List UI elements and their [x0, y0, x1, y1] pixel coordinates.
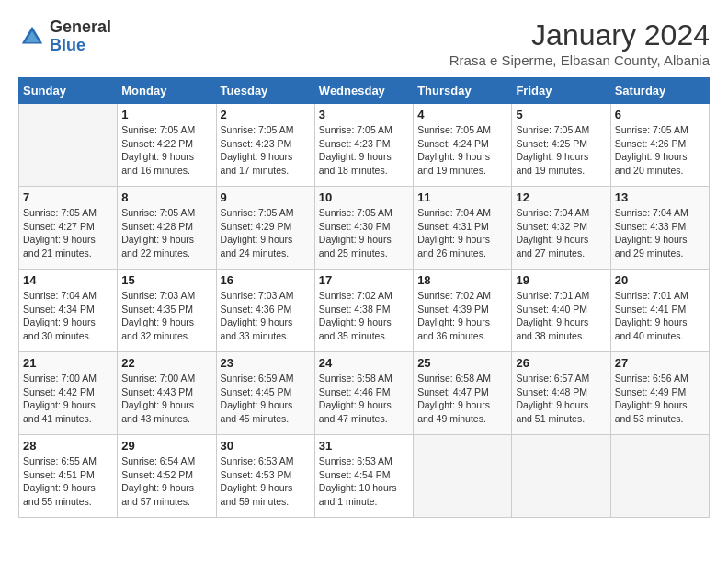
- day-number: 26: [516, 356, 606, 370]
- day-number: 16: [221, 273, 311, 287]
- day-number: 20: [615, 273, 705, 287]
- calendar-cell: 10 Sunrise: 7:05 AM Sunset: 4:30 PM Dayl…: [314, 187, 413, 270]
- calendar-cell: 30 Sunrise: 6:53 AM Sunset: 4:53 PM Dayl…: [216, 435, 314, 518]
- day-number: 23: [221, 356, 311, 370]
- calendar-cell: 25 Sunrise: 6:58 AM Sunset: 4:47 PM Dayl…: [414, 352, 512, 435]
- logo: General Blue: [18, 18, 111, 55]
- day-info: Sunrise: 7:02 AM Sunset: 4:39 PM Dayligh…: [417, 289, 507, 343]
- weekday-header-thursday: Thursday: [414, 78, 512, 104]
- calendar-table: SundayMondayTuesdayWednesdayThursdayFrid…: [18, 77, 710, 518]
- calendar-cell: 16 Sunrise: 7:03 AM Sunset: 4:36 PM Dayl…: [216, 270, 314, 352]
- calendar-cell: 9 Sunrise: 7:05 AM Sunset: 4:29 PM Dayli…: [216, 187, 314, 270]
- day-number: 22: [121, 356, 211, 370]
- day-number: 19: [516, 273, 606, 287]
- calendar-cell: 20 Sunrise: 7:01 AM Sunset: 4:41 PM Dayl…: [610, 270, 709, 352]
- day-info: Sunrise: 7:05 AM Sunset: 4:23 PM Dayligh…: [319, 123, 409, 178]
- week-row-3: 14 Sunrise: 7:04 AM Sunset: 4:34 PM Dayl…: [19, 270, 710, 352]
- day-info: Sunrise: 7:05 AM Sunset: 4:24 PM Dayligh…: [417, 123, 507, 178]
- day-info: Sunrise: 7:04 AM Sunset: 4:32 PM Dayligh…: [516, 206, 606, 260]
- calendar-cell: 13 Sunrise: 7:04 AM Sunset: 4:33 PM Dayl…: [610, 187, 709, 270]
- day-info: Sunrise: 6:54 AM Sunset: 4:52 PM Dayligh…: [121, 454, 211, 509]
- day-info: Sunrise: 6:55 AM Sunset: 4:51 PM Dayligh…: [23, 454, 113, 509]
- week-row-5: 28 Sunrise: 6:55 AM Sunset: 4:51 PM Dayl…: [19, 435, 710, 518]
- day-number: 25: [417, 356, 507, 370]
- weekday-header-sunday: Sunday: [19, 78, 118, 104]
- weekday-header-tuesday: Tuesday: [216, 78, 314, 104]
- day-info: Sunrise: 7:05 AM Sunset: 4:25 PM Dayligh…: [516, 123, 606, 178]
- week-row-1: 1 Sunrise: 7:05 AM Sunset: 4:22 PM Dayli…: [19, 104, 710, 187]
- day-info: Sunrise: 7:04 AM Sunset: 4:31 PM Dayligh…: [417, 206, 507, 260]
- calendar-cell: 31 Sunrise: 6:53 AM Sunset: 4:54 PM Dayl…: [314, 435, 413, 518]
- day-info: Sunrise: 7:04 AM Sunset: 4:34 PM Dayligh…: [23, 289, 113, 343]
- calendar-cell: 21 Sunrise: 7:00 AM Sunset: 4:42 PM Dayl…: [19, 352, 118, 435]
- calendar-cell: 28 Sunrise: 6:55 AM Sunset: 4:51 PM Dayl…: [19, 435, 118, 518]
- day-number: 15: [121, 273, 211, 287]
- calendar-cell: 6 Sunrise: 7:05 AM Sunset: 4:26 PM Dayli…: [610, 104, 709, 187]
- logo-blue: Blue: [50, 37, 111, 55]
- day-info: Sunrise: 6:56 AM Sunset: 4:49 PM Dayligh…: [615, 372, 705, 426]
- week-row-2: 7 Sunrise: 7:05 AM Sunset: 4:27 PM Dayli…: [19, 187, 710, 270]
- title-block: January 2024 Rrasa e Siperme, Elbasan Co…: [449, 18, 710, 68]
- day-info: Sunrise: 6:53 AM Sunset: 4:54 PM Dayligh…: [319, 454, 409, 509]
- weekday-header-monday: Monday: [118, 78, 216, 104]
- calendar-cell: [512, 435, 610, 518]
- day-number: 18: [417, 273, 507, 287]
- day-info: Sunrise: 6:58 AM Sunset: 4:47 PM Dayligh…: [417, 372, 507, 426]
- calendar-cell: 7 Sunrise: 7:05 AM Sunset: 4:27 PM Dayli…: [19, 187, 118, 270]
- day-number: 28: [23, 439, 113, 453]
- day-info: Sunrise: 6:57 AM Sunset: 4:48 PM Dayligh…: [516, 372, 606, 426]
- weekday-header-row: SundayMondayTuesdayWednesdayThursdayFrid…: [19, 78, 710, 104]
- day-info: Sunrise: 6:53 AM Sunset: 4:53 PM Dayligh…: [221, 454, 311, 509]
- calendar-cell: [19, 104, 118, 187]
- day-number: 12: [516, 190, 606, 204]
- day-info: Sunrise: 7:04 AM Sunset: 4:33 PM Dayligh…: [615, 206, 705, 260]
- day-number: 24: [319, 356, 409, 370]
- day-info: Sunrise: 7:02 AM Sunset: 4:38 PM Dayligh…: [319, 289, 409, 343]
- day-number: 10: [319, 190, 409, 204]
- day-info: Sunrise: 7:01 AM Sunset: 4:41 PM Dayligh…: [615, 289, 705, 343]
- calendar-cell: 26 Sunrise: 6:57 AM Sunset: 4:48 PM Dayl…: [512, 352, 610, 435]
- day-info: Sunrise: 7:05 AM Sunset: 4:29 PM Dayligh…: [221, 206, 311, 260]
- logo-general: General: [50, 18, 111, 37]
- day-number: 5: [516, 108, 606, 121]
- day-number: 29: [121, 439, 211, 453]
- day-info: Sunrise: 7:05 AM Sunset: 4:23 PM Dayligh…: [221, 123, 311, 178]
- calendar-cell: 2 Sunrise: 7:05 AM Sunset: 4:23 PM Dayli…: [216, 104, 314, 187]
- calendar-cell: 22 Sunrise: 7:00 AM Sunset: 4:43 PM Dayl…: [118, 352, 216, 435]
- day-number: 1: [121, 108, 211, 121]
- calendar-cell: [414, 435, 512, 518]
- day-number: 7: [23, 190, 113, 204]
- calendar-cell: 24 Sunrise: 6:58 AM Sunset: 4:46 PM Dayl…: [314, 352, 413, 435]
- day-info: Sunrise: 7:05 AM Sunset: 4:28 PM Dayligh…: [121, 206, 211, 260]
- calendar-cell: 12 Sunrise: 7:04 AM Sunset: 4:32 PM Dayl…: [512, 187, 610, 270]
- logo-icon: [18, 23, 46, 51]
- day-number: 11: [417, 190, 507, 204]
- calendar-cell: 3 Sunrise: 7:05 AM Sunset: 4:23 PM Dayli…: [314, 104, 413, 187]
- day-number: 6: [615, 108, 705, 121]
- weekday-header-friday: Friday: [512, 78, 610, 104]
- calendar-cell: 29 Sunrise: 6:54 AM Sunset: 4:52 PM Dayl…: [118, 435, 216, 518]
- day-number: 14: [23, 273, 113, 287]
- day-info: Sunrise: 7:05 AM Sunset: 4:30 PM Dayligh…: [319, 206, 409, 260]
- calendar-cell: 27 Sunrise: 6:56 AM Sunset: 4:49 PM Dayl…: [610, 352, 709, 435]
- weekday-header-wednesday: Wednesday: [314, 78, 413, 104]
- calendar-cell: 8 Sunrise: 7:05 AM Sunset: 4:28 PM Dayli…: [118, 187, 216, 270]
- calendar-cell: 1 Sunrise: 7:05 AM Sunset: 4:22 PM Dayli…: [118, 104, 216, 187]
- day-number: 13: [615, 190, 705, 204]
- day-number: 3: [319, 108, 409, 121]
- day-info: Sunrise: 7:05 AM Sunset: 4:27 PM Dayligh…: [23, 206, 113, 260]
- week-row-4: 21 Sunrise: 7:00 AM Sunset: 4:42 PM Dayl…: [19, 352, 710, 435]
- calendar-cell: 23 Sunrise: 6:59 AM Sunset: 4:45 PM Dayl…: [216, 352, 314, 435]
- day-number: 2: [221, 108, 311, 121]
- weekday-header-saturday: Saturday: [610, 78, 709, 104]
- day-info: Sunrise: 7:05 AM Sunset: 4:26 PM Dayligh…: [615, 123, 705, 178]
- day-info: Sunrise: 7:03 AM Sunset: 4:36 PM Dayligh…: [221, 289, 311, 343]
- calendar-cell: 18 Sunrise: 7:02 AM Sunset: 4:39 PM Dayl…: [414, 270, 512, 352]
- calendar-cell: 5 Sunrise: 7:05 AM Sunset: 4:25 PM Dayli…: [512, 104, 610, 187]
- day-number: 4: [417, 108, 507, 121]
- calendar-cell: 11 Sunrise: 7:04 AM Sunset: 4:31 PM Dayl…: [414, 187, 512, 270]
- page-header: General Blue January 2024 Rrasa e Siperm…: [18, 18, 710, 68]
- logo-text: General Blue: [50, 18, 111, 55]
- day-number: 9: [221, 190, 311, 204]
- day-info: Sunrise: 7:05 AM Sunset: 4:22 PM Dayligh…: [121, 123, 211, 178]
